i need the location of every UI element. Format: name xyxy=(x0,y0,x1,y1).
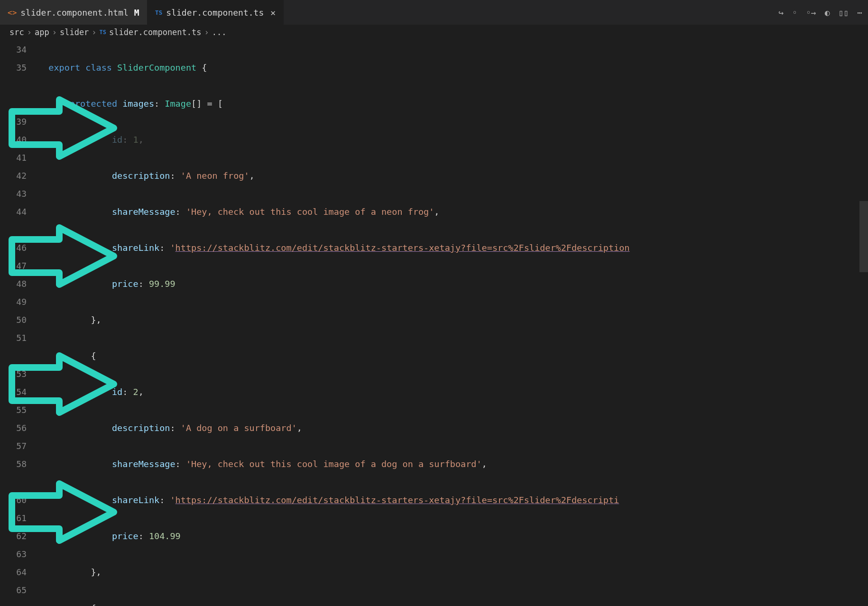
breadcrumb-file[interactable]: slider.component.ts xyxy=(109,28,201,37)
close-icon[interactable]: ✕ xyxy=(270,8,276,18)
go-forward-icon[interactable]: ◦→ xyxy=(806,8,816,18)
tab-modified-indicator: M xyxy=(134,8,139,18)
run-icon[interactable]: ◐ xyxy=(825,8,830,18)
breadcrumb[interactable]: src › app › slider › TS slider.component… xyxy=(0,25,868,40)
tab-label: slider.component.ts xyxy=(166,8,264,18)
git-compare-icon[interactable]: ↪ xyxy=(778,8,784,18)
tab-label: slider.component.html xyxy=(20,8,129,18)
more-icon[interactable]: ⋯ xyxy=(857,8,862,18)
go-back-icon[interactable]: ◦ xyxy=(792,8,797,18)
line-gutter: 34 35 39 40 41 42 43 44 46 47 48 49 50 5… xyxy=(0,40,38,606)
chevron-right-icon: › xyxy=(204,28,209,37)
breadcrumb-part[interactable]: app xyxy=(35,28,49,37)
breadcrumb-part[interactable]: slider xyxy=(60,28,89,37)
chevron-right-icon: › xyxy=(52,28,57,37)
code-editor[interactable]: 34 35 39 40 41 42 43 44 46 47 48 49 50 5… xyxy=(0,40,868,606)
chevron-right-icon: › xyxy=(27,28,32,37)
split-editor-icon[interactable]: ▯▯ xyxy=(838,8,849,18)
ts-file-icon: TS xyxy=(100,29,106,36)
breadcrumb-trailing[interactable]: ... xyxy=(212,28,227,37)
html-file-icon: <> xyxy=(8,8,17,17)
tab-ts-active[interactable]: TS slider.component.ts ✕ xyxy=(148,0,284,25)
breadcrumb-part[interactable]: src xyxy=(9,28,24,37)
chevron-right-icon: › xyxy=(92,28,96,37)
tab-html[interactable]: <> slider.component.html M xyxy=(0,0,148,25)
code-content[interactable]: export class SliderComponent { protected… xyxy=(38,40,868,606)
editor-actions: ↪ ◦ ◦→ ◐ ▯▯ ⋯ xyxy=(778,0,862,25)
ts-file-icon: TS xyxy=(155,9,163,16)
tab-bar: <> slider.component.html M TS slider.com… xyxy=(0,0,868,25)
scrollbar-thumb[interactable] xyxy=(859,201,868,272)
